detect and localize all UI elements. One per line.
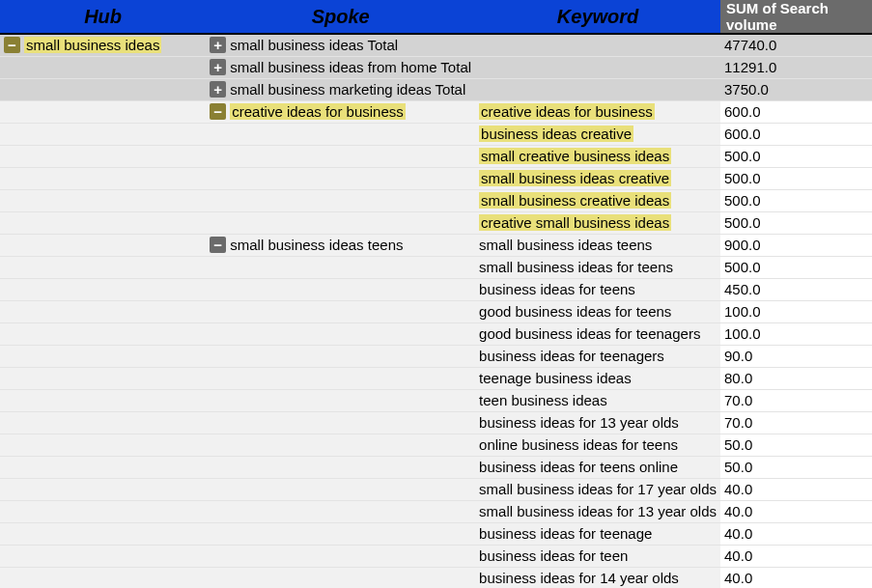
keyword-cell[interactable]: online business ideas for teens: [475, 434, 720, 456]
keyword-cell[interactable]: business ideas for teenagers: [475, 345, 720, 367]
table-row[interactable]: +small business marketing ideas Total375…: [0, 78, 872, 100]
sum-cell[interactable]: 100.0: [720, 300, 872, 322]
sum-cell[interactable]: 3750.0: [720, 78, 872, 100]
hub-cell[interactable]: [0, 145, 206, 167]
spoke-cell[interactable]: [206, 367, 475, 389]
table-row[interactable]: business ideas for teenage40.0: [0, 522, 872, 545]
table-row[interactable]: small business ideas creative500.0: [0, 167, 872, 189]
keyword-cell[interactable]: small creative business ideas: [475, 145, 720, 167]
sum-cell[interactable]: 40.0: [720, 545, 872, 567]
sum-cell[interactable]: 500.0: [720, 189, 872, 211]
spoke-cell[interactable]: [206, 478, 475, 500]
plus-icon[interactable]: +: [210, 59, 226, 75]
sum-cell[interactable]: 900.0: [720, 234, 872, 256]
table-row[interactable]: small business ideas for teens500.0: [0, 256, 872, 278]
header-sum[interactable]: SUM of Search volume: [720, 0, 872, 34]
sum-cell[interactable]: 40.0: [720, 500, 872, 522]
spoke-cell[interactable]: [206, 189, 475, 211]
table-row[interactable]: business ideas for 14 year olds40.0: [0, 567, 872, 588]
keyword-cell[interactable]: creative small business ideas: [475, 211, 720, 234]
hub-cell[interactable]: [0, 78, 206, 100]
sum-cell[interactable]: 500.0: [720, 145, 872, 167]
keyword-cell[interactable]: small business creative ideas: [475, 189, 720, 211]
hub-cell[interactable]: [0, 189, 206, 211]
hub-cell[interactable]: [0, 123, 206, 145]
hub-cell[interactable]: [0, 567, 206, 588]
spoke-cell[interactable]: [206, 500, 475, 522]
hub-cell[interactable]: [0, 545, 206, 567]
keyword-cell[interactable]: small business ideas for 13 year olds: [475, 500, 720, 522]
sum-cell[interactable]: 450.0: [720, 278, 872, 300]
keyword-cell[interactable]: business ideas creative: [475, 123, 720, 145]
sum-cell[interactable]: 47740.0: [720, 34, 872, 56]
table-row[interactable]: business ideas for teens online50.0: [0, 456, 872, 478]
hub-cell[interactable]: [0, 345, 206, 367]
keyword-cell[interactable]: business ideas for teen: [475, 545, 720, 567]
table-row[interactable]: teen business ideas70.0: [0, 389, 872, 411]
hub-cell[interactable]: [0, 167, 206, 189]
keyword-cell[interactable]: small business ideas creative: [475, 167, 720, 189]
hub-cell[interactable]: [0, 456, 206, 478]
table-row[interactable]: business ideas for teenagers90.0: [0, 345, 872, 367]
hub-cell[interactable]: [0, 234, 206, 256]
keyword-cell[interactable]: business ideas for teens: [475, 278, 720, 300]
sum-cell[interactable]: 500.0: [720, 256, 872, 278]
hub-cell[interactable]: [0, 411, 206, 434]
keyword-cell[interactable]: good business ideas for teenagers: [475, 322, 720, 345]
keyword-cell[interactable]: business ideas for teens online: [475, 456, 720, 478]
keyword-cell[interactable]: creative ideas for business: [475, 100, 720, 123]
hub-cell[interactable]: [0, 434, 206, 456]
table-row[interactable]: business ideas for teen40.0: [0, 545, 872, 567]
hub-cell[interactable]: [0, 278, 206, 300]
keyword-cell[interactable]: teen business ideas: [475, 389, 720, 411]
sum-cell[interactable]: 500.0: [720, 211, 872, 234]
minus-icon[interactable]: −: [210, 103, 226, 120]
spoke-cell[interactable]: −creative ideas for business: [206, 100, 475, 123]
hub-cell[interactable]: −small business ideas: [0, 34, 206, 56]
keyword-cell[interactable]: teenage business ideas: [475, 367, 720, 389]
spoke-cell[interactable]: +small business ideas Total: [206, 34, 475, 56]
spoke-cell[interactable]: [206, 389, 475, 411]
sum-cell[interactable]: 80.0: [720, 367, 872, 389]
hub-cell[interactable]: [0, 56, 206, 78]
spoke-cell[interactable]: [206, 278, 475, 300]
keyword-cell[interactable]: [475, 78, 720, 100]
spoke-cell[interactable]: [206, 300, 475, 322]
sum-cell[interactable]: 90.0: [720, 345, 872, 367]
table-row[interactable]: small creative business ideas500.0: [0, 145, 872, 167]
table-row[interactable]: good business ideas for teens100.0: [0, 300, 872, 322]
minus-icon[interactable]: −: [4, 37, 20, 53]
table-row[interactable]: small business creative ideas500.0: [0, 189, 872, 211]
keyword-cell[interactable]: business ideas for teenage: [475, 522, 720, 545]
sum-cell[interactable]: 40.0: [720, 478, 872, 500]
spoke-cell[interactable]: [206, 411, 475, 434]
table-row[interactable]: small business ideas for 17 year olds40.…: [0, 478, 872, 500]
keyword-cell[interactable]: business ideas for 13 year olds: [475, 411, 720, 434]
hub-cell[interactable]: [0, 211, 206, 234]
minus-icon[interactable]: −: [210, 237, 226, 253]
sum-cell[interactable]: 50.0: [720, 456, 872, 478]
sum-cell[interactable]: 11291.0: [720, 56, 872, 78]
table-row[interactable]: business ideas for 13 year olds70.0: [0, 411, 872, 434]
spoke-cell[interactable]: [206, 123, 475, 145]
table-row[interactable]: −creative ideas for businesscreative ide…: [0, 100, 872, 123]
hub-cell[interactable]: [0, 478, 206, 500]
header-keyword[interactable]: Keyword: [475, 0, 720, 34]
keyword-cell[interactable]: [475, 34, 720, 56]
sum-cell[interactable]: 500.0: [720, 167, 872, 189]
keyword-cell[interactable]: small business ideas for 17 year olds: [475, 478, 720, 500]
hub-cell[interactable]: [0, 322, 206, 345]
spoke-cell[interactable]: [206, 456, 475, 478]
keyword-cell[interactable]: good business ideas for teens: [475, 300, 720, 322]
hub-cell[interactable]: [0, 300, 206, 322]
spoke-cell[interactable]: [206, 434, 475, 456]
hub-cell[interactable]: [0, 389, 206, 411]
header-spoke[interactable]: Spoke: [206, 0, 475, 34]
keyword-cell[interactable]: small business ideas teens: [475, 234, 720, 256]
sum-cell[interactable]: 600.0: [720, 123, 872, 145]
table-row[interactable]: business ideas for teens450.0: [0, 278, 872, 300]
sum-cell[interactable]: 70.0: [720, 411, 872, 434]
table-row[interactable]: creative small business ideas500.0: [0, 211, 872, 234]
spoke-cell[interactable]: [206, 256, 475, 278]
spoke-cell[interactable]: [206, 211, 475, 234]
